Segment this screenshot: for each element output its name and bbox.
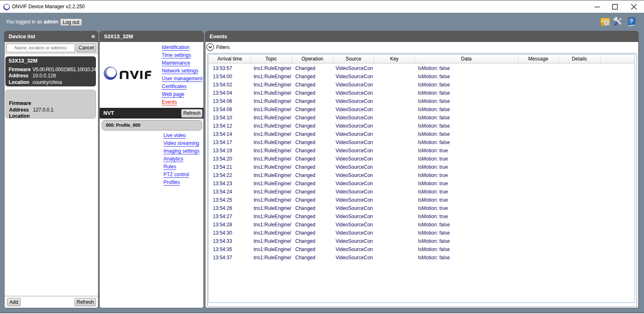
svg-text:?: ? [630,18,633,24]
